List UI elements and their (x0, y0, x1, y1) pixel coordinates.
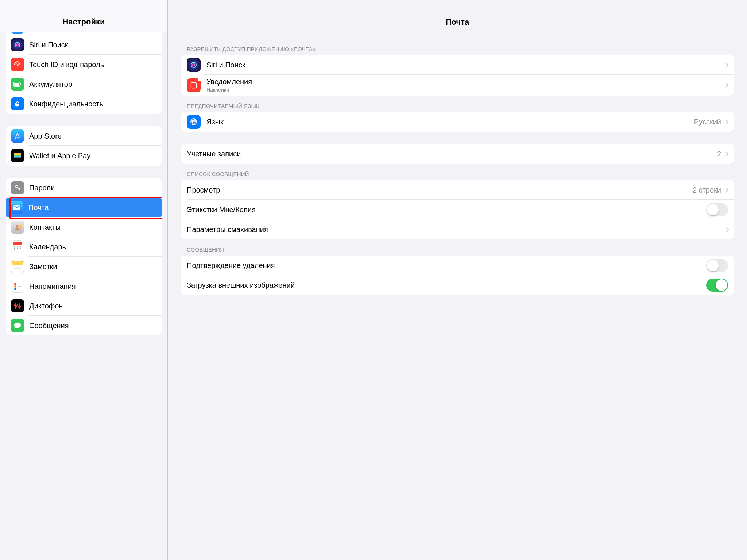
svg-point-18 (19, 246, 19, 247)
notes-icon (11, 260, 24, 273)
svg-point-20 (14, 248, 15, 249)
svg-rect-7 (14, 155, 21, 156)
detail-group-access: Siri и Поиск Уведомления Наклейки (181, 55, 463, 96)
svg-point-24 (20, 248, 21, 249)
section-header-msglist: СПИСОК СООБЩЕНИЙ (187, 171, 463, 177)
detail-row-tomecc[interactable]: Этикетки Мне/Копия (181, 200, 463, 219)
svg-rect-6 (14, 153, 21, 155)
svg-point-25 (14, 249, 15, 250)
settings-sidebar: Настройки Siri и Поиск (0, 0, 168, 347)
svg-point-38 (191, 62, 196, 67)
fingerprint-icon (11, 58, 24, 71)
sidebar-header: Настройки (0, 0, 167, 32)
svg-point-15 (14, 246, 15, 247)
section-header-messages: СООБЩЕНИЯ (187, 246, 463, 253)
sidebar-item-appstore[interactable]: App Store (6, 126, 162, 146)
detail-title: Почта (446, 18, 463, 27)
svg-point-0 (15, 43, 20, 47)
sidebar-group: App Store Wallet и Apple Pay (6, 126, 162, 166)
sidebar-item-passwords[interactable]: Пароли (6, 178, 162, 198)
sidebar-item-wallet[interactable]: Wallet и Apple Pay (6, 146, 162, 166)
section-header-language: ПРЕДПОЧИТАЕМЫЙ ЯЗЫК (187, 103, 463, 109)
sidebar-item-messages[interactable]: Сообщения (6, 316, 162, 335)
mail-icon (10, 201, 23, 214)
reminders-icon (11, 280, 24, 293)
sidebar-group: Пароли Почта Контакты (6, 178, 162, 335)
detail-row-confirmdelete[interactable]: Подтверждение удаления (181, 256, 463, 275)
svg-point-1 (16, 44, 19, 46)
svg-rect-12 (20, 224, 21, 226)
svg-point-16 (16, 246, 16, 247)
detail-row-swipe[interactable]: Параметры смахивания (181, 219, 463, 239)
detail-row-remoteimages[interactable]: Загрузка внешних изображений (181, 275, 463, 295)
sidebar-item-wallpaper[interactable] (6, 32, 162, 35)
detail-group-messages: Подтверждение удаления Загрузка внешних … (181, 256, 463, 295)
detail-pane: Почта РАЗРЕШИТЬ ДОСТУП ПРИЛОЖЕНИЮ «ПОЧТА… (168, 0, 463, 347)
svg-point-21 (16, 248, 16, 249)
svg-point-32 (14, 288, 16, 290)
contacts-icon (11, 221, 24, 234)
notifications-icon (187, 78, 201, 92)
svg-rect-40 (191, 82, 197, 88)
detail-row-siri[interactable]: Siri и Поиск (181, 55, 463, 75)
sidebar-item-calendar[interactable]: Календарь (6, 237, 162, 257)
appstore-icon (11, 129, 24, 143)
svg-point-19 (20, 246, 21, 247)
svg-point-9 (15, 185, 18, 188)
battery-settings-icon (11, 78, 24, 91)
key-icon (11, 181, 24, 194)
detail-header: Почта (168, 0, 463, 32)
sidebar-item-reminders[interactable]: Напоминания (6, 276, 162, 296)
sidebar-item-notes[interactable]: Заметки (6, 257, 162, 276)
sidebar-item-contacts[interactable]: Контакты (6, 217, 162, 237)
svg-point-23 (19, 248, 19, 249)
svg-rect-3 (14, 83, 19, 86)
svg-rect-14 (13, 242, 22, 245)
svg-point-39 (193, 64, 195, 66)
sidebar-group: Siri и Поиск Touch ID и код-пароль Аккум… (6, 32, 162, 114)
detail-row-notifications[interactable]: Уведомления Наклейки (181, 75, 463, 96)
svg-point-17 (17, 246, 18, 247)
svg-point-11 (16, 225, 18, 228)
sidebar-item-touchid[interactable]: Touch ID и код-пароль (6, 55, 162, 74)
voicememo-icon (11, 299, 24, 312)
detail-group-accounts: Учетные записи 2 (181, 144, 463, 164)
sidebar-item-voicememo[interactable]: Диктофон (6, 296, 162, 316)
svg-rect-4 (20, 83, 21, 85)
detail-row-accounts[interactable]: Учетные записи 2 (181, 144, 463, 164)
wallpaper-icon (11, 32, 24, 34)
svg-rect-13 (20, 226, 21, 229)
wallet-icon (11, 149, 24, 162)
sidebar-item-privacy[interactable]: Конфиденциальность (6, 94, 162, 114)
detail-row-preview[interactable]: Просмотр 2 строки (181, 180, 463, 200)
siri-icon (11, 38, 24, 51)
hand-icon (11, 97, 24, 110)
svg-point-26 (16, 249, 16, 250)
svg-point-31 (14, 285, 16, 288)
siri-icon (187, 58, 201, 72)
svg-point-22 (17, 248, 18, 249)
sidebar-item-battery[interactable]: Аккумулятор (6, 74, 162, 94)
sidebar-title: Настройки (62, 17, 105, 27)
detail-row-language[interactable]: Язык Русский (181, 112, 463, 132)
svg-rect-27 (12, 261, 23, 265)
messages-icon (11, 319, 24, 332)
sidebar-item-siri[interactable]: Siri и Поиск (6, 35, 162, 55)
detail-group-msglist: Просмотр 2 строки Этикетки Мне/Копия Пар… (181, 180, 463, 239)
svg-point-30 (14, 283, 16, 285)
calendar-icon (11, 240, 24, 253)
globe-icon (187, 115, 201, 129)
detail-group-language: Язык Русский (181, 112, 463, 132)
svg-rect-8 (14, 156, 21, 158)
sidebar-item-mail[interactable]: Почта (6, 198, 162, 217)
section-header-access: РАЗРЕШИТЬ ДОСТУП ПРИЛОЖЕНИЮ «ПОЧТА» (187, 46, 463, 52)
